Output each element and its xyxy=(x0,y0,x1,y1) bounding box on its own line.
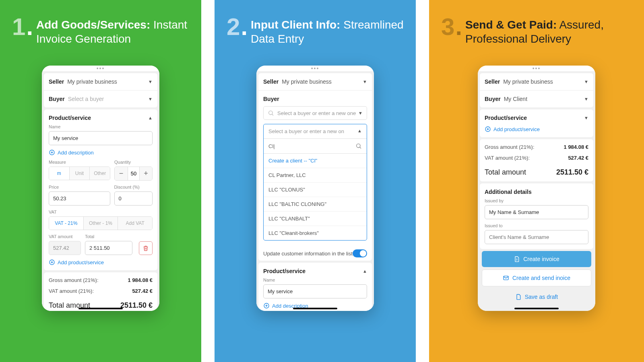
total-input[interactable] xyxy=(85,241,132,255)
create-invoice-button[interactable]: Create invoice xyxy=(482,251,591,267)
quantity-value[interactable]: 50 xyxy=(128,167,139,180)
add-description-button[interactable]: Add description xyxy=(49,149,153,156)
vat-row: VAT amount (21%):527.42 € xyxy=(44,286,157,296)
product-service-header[interactable]: Product/service ▼ xyxy=(480,109,593,124)
document-icon xyxy=(514,256,520,262)
buyer-row[interactable]: Buyer My Client ▼ xyxy=(480,90,593,107)
chevron-down-icon: ▼ xyxy=(363,79,367,84)
home-indicator xyxy=(293,308,337,309)
phone-mock-1: Seller My private business ▼ Buyer Selec… xyxy=(42,66,159,311)
chevron-down-icon: ▼ xyxy=(584,115,588,120)
product-service-header[interactable]: Product/service ▲ xyxy=(44,109,157,124)
measure-m[interactable]: m xyxy=(49,167,69,180)
buyer-search[interactable]: Select a buyer or enter a new one ▼ xyxy=(263,106,367,120)
gross-row: Gross amount (21%):1 984.08 € xyxy=(480,142,593,152)
feature-panel-2: 2. Input Client Info: Streamlined Data E… xyxy=(215,0,416,362)
heading-2: 2. Input Client Info: Streamlined Data E… xyxy=(215,16,416,58)
buyer-dropdown: Select a buyer or enter a new on ▲ Cl| C… xyxy=(263,124,367,241)
svg-point-2 xyxy=(269,111,272,115)
buyer-row[interactable]: Buyer Select a buyer ▼ xyxy=(44,90,157,107)
vat-add[interactable]: Add VAT xyxy=(118,217,152,230)
discount-input[interactable] xyxy=(114,191,153,206)
name-input[interactable] xyxy=(49,131,153,145)
gross-row: Gross amount (21%):1 984.08 € xyxy=(44,275,157,286)
client-option[interactable]: LLC "CLANBALT" xyxy=(264,212,367,226)
chevron-up-icon: ▲ xyxy=(363,269,367,274)
chevron-up-icon: ▲ xyxy=(148,115,153,120)
home-indicator xyxy=(514,308,559,309)
vat-other[interactable]: Other - 1% xyxy=(83,217,118,230)
create-client-option[interactable]: Create a client -- "Cl" xyxy=(264,154,367,168)
svg-point-3 xyxy=(357,144,360,148)
plus-circle-icon xyxy=(49,259,55,265)
home-indicator xyxy=(78,308,123,309)
chevron-down-icon: ▼ xyxy=(148,97,153,101)
feature-panel-1: 1. Add Goods/Services: Instant Invoice G… xyxy=(0,0,201,362)
vat-row: VAT amount (21%):527.42 € xyxy=(480,152,593,163)
measure-segmented[interactable]: m Unit Other xyxy=(49,167,110,180)
add-product-service-button[interactable]: Add product/service xyxy=(485,126,588,132)
update-info-toggle[interactable] xyxy=(353,249,367,257)
product-service-header[interactable]: Product/service ▲ xyxy=(258,263,372,278)
search-icon xyxy=(268,110,274,116)
client-option[interactable]: LLC "Cleanit-brokers" xyxy=(264,226,367,240)
delete-button[interactable] xyxy=(139,241,153,255)
plus-button[interactable]: + xyxy=(139,167,152,180)
plus-circle-icon xyxy=(263,302,270,309)
dropdown-search[interactable]: Cl| xyxy=(264,139,367,154)
chevron-down-icon: ▼ xyxy=(148,79,153,84)
measure-other[interactable]: Other xyxy=(89,167,110,180)
issued-by-input[interactable] xyxy=(485,205,588,219)
vat-segmented[interactable]: VAT - 21% Other - 1% Add VAT xyxy=(49,216,153,230)
add-product-service-button[interactable]: Add product/service xyxy=(49,259,153,265)
chevron-down-icon: ▼ xyxy=(584,79,588,84)
vat-21[interactable]: VAT - 21% xyxy=(49,217,83,230)
step-number: 1 xyxy=(12,16,25,38)
buyer-section: Buyer xyxy=(258,90,372,102)
client-option[interactable]: LLC "CLONUS" xyxy=(264,183,367,197)
dropdown-header[interactable]: Select a buyer or enter a new on ▲ xyxy=(264,124,367,139)
heading-1: 1. Add Goods/Services: Instant Invoice G… xyxy=(0,16,201,58)
chevron-up-icon: ▲ xyxy=(357,128,362,133)
quantity-stepper[interactable]: − 50 + xyxy=(114,167,153,181)
phone-mock-3: Seller My private business ▼ Buyer My Cl… xyxy=(478,66,595,311)
chevron-down-icon: ▼ xyxy=(584,97,588,101)
name-label: Name xyxy=(49,124,153,129)
heading-3: 3. Send & Get Paid: Assured, Professiona… xyxy=(429,16,644,58)
seller-row[interactable]: Seller My private business ▼ xyxy=(44,73,157,90)
price-input[interactable] xyxy=(49,191,110,206)
total-row: Total amount2511.50 € xyxy=(480,163,593,181)
mail-icon xyxy=(503,275,509,281)
client-option[interactable]: LLC "BALTIC CLONING" xyxy=(264,197,367,212)
seller-row[interactable]: Seller My private business ▼ xyxy=(480,73,593,90)
name-input[interactable] xyxy=(263,284,367,298)
status-dots xyxy=(42,66,159,71)
update-info-toggle-row: Update customer information in the list xyxy=(258,245,372,261)
measure-unit[interactable]: Unit xyxy=(69,167,90,180)
feature-panel-3: 3. Send & Get Paid: Assured, Professiona… xyxy=(429,0,644,362)
plus-circle-icon xyxy=(485,126,491,132)
vat-amount-readonly: 527.42 xyxy=(49,241,81,255)
minus-button[interactable]: − xyxy=(115,167,128,180)
draft-icon xyxy=(515,294,522,300)
phone-mock-2: Seller My private business ▼ Buyer Selec… xyxy=(256,66,374,311)
seller-row[interactable]: Seller My private business ▼ xyxy=(258,73,372,90)
title-strong: Add Goods/Services: xyxy=(36,19,150,31)
save-draft-button[interactable]: Save as draft xyxy=(482,289,591,305)
client-option[interactable]: CL Partner, LLC xyxy=(264,168,367,183)
issued-to-input[interactable] xyxy=(485,230,588,244)
create-and-send-button[interactable]: Create and send inoice xyxy=(482,269,591,286)
chevron-down-icon: ▼ xyxy=(358,111,363,115)
additional-details-header: Additional details xyxy=(480,183,593,198)
search-icon xyxy=(355,143,362,149)
trash-icon xyxy=(142,245,149,251)
plus-circle-icon xyxy=(49,149,55,156)
